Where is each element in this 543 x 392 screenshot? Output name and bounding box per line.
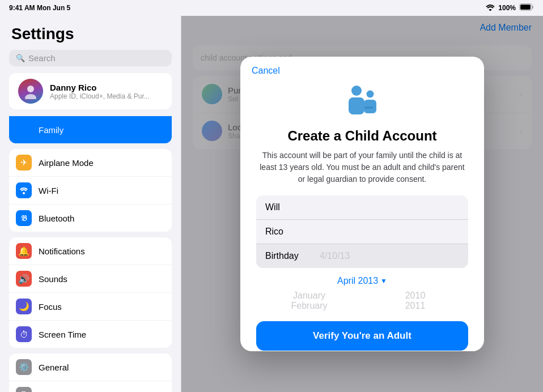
birthday-value: 4/10/13 bbox=[320, 251, 350, 261]
battery-bar bbox=[519, 3, 534, 12]
notifications-icon: 🔔 bbox=[16, 243, 32, 259]
search-icon: 🔍 bbox=[16, 54, 25, 62]
sidebar-item-airplane[interactable]: ✈ Airplane Mode bbox=[9, 149, 172, 177]
svg-point-4 bbox=[19, 125, 24, 129]
sidebar-title: Settings bbox=[0, 16, 181, 48]
general-icon: ⚙️ bbox=[16, 359, 32, 375]
birthday-field[interactable]: Birthday 4/10/13 bbox=[256, 244, 468, 268]
sidebar-section-notifications: 🔔 Notifications 🔊 Sounds 🌙 Focus ⏱ Scree… bbox=[9, 237, 172, 348]
svg-rect-1 bbox=[520, 5, 531, 10]
lastname-field[interactable]: Rico bbox=[256, 220, 468, 244]
chevron-down-icon: ▼ bbox=[380, 277, 387, 285]
svg-rect-13 bbox=[364, 106, 374, 109]
svg-point-9 bbox=[351, 86, 362, 96]
sounds-icon: 🔊 bbox=[16, 271, 32, 287]
birthday-label: Birthday bbox=[265, 251, 311, 261]
year-column: 2010 2011 bbox=[362, 291, 468, 311]
year-option-2: 2011 bbox=[405, 301, 426, 311]
family-icon bbox=[16, 122, 32, 138]
status-icons: 100% bbox=[486, 3, 534, 12]
sidebar-item-wifi[interactable]: Wi-Fi bbox=[9, 177, 172, 204]
firstname-value: Will bbox=[265, 202, 280, 212]
modal-overlay: Cancel bbox=[181, 16, 543, 392]
screentime-icon: ⏱ bbox=[16, 326, 32, 342]
svg-point-8 bbox=[23, 192, 25, 194]
profile-row[interactable]: Danny Rico Apple ID, iCloud+, Media & Pu… bbox=[9, 73, 172, 109]
sidebar-item-label-screentime: Screen Time bbox=[39, 330, 86, 339]
svg-point-5 bbox=[18, 131, 25, 136]
sidebar-item-notifications[interactable]: 🔔 Notifications bbox=[9, 237, 172, 265]
sidebar-item-focus[interactable]: 🌙 Focus bbox=[9, 293, 172, 321]
year-option-1: 2010 bbox=[405, 291, 426, 301]
modal-header: Cancel bbox=[240, 57, 484, 76]
wifi-icon bbox=[486, 4, 495, 12]
sidebar-item-label-wifi: Wi-Fi bbox=[39, 186, 58, 195]
modal: Cancel bbox=[240, 57, 484, 351]
wifi-sidebar-icon bbox=[16, 182, 32, 198]
sidebar-item-sounds[interactable]: 🔊 Sounds bbox=[9, 265, 172, 293]
right-panel: Add Member child account settings and Pu… bbox=[181, 16, 543, 392]
bluetooth-icon: 𝔅 bbox=[16, 210, 32, 226]
verify-button[interactable]: Verify You're an Adult bbox=[256, 321, 468, 351]
sidebar-section-network: ✈ Airplane Mode Wi-Fi 𝔅 Bluetooth bbox=[9, 149, 172, 232]
lastname-value: Rico bbox=[265, 227, 283, 236]
avatar-inner bbox=[18, 79, 43, 104]
svg-rect-10 bbox=[349, 97, 364, 114]
month-option-1: January bbox=[293, 291, 325, 301]
sidebar-item-label-airplane: Airplane Mode bbox=[39, 158, 94, 168]
status-time: 9:41 AM Mon Jun 5 bbox=[9, 4, 70, 12]
picker-columns: January February 2010 2011 bbox=[256, 291, 468, 311]
svg-point-6 bbox=[26, 126, 29, 130]
sidebar-item-label-controlcenter: Control Center bbox=[39, 390, 94, 393]
sidebar-item-bluetooth[interactable]: 𝔅 Bluetooth bbox=[9, 204, 172, 232]
controlcenter-icon: 🎛 bbox=[16, 387, 32, 392]
profile-name: Danny Rico bbox=[50, 83, 150, 92]
main-layout: Settings 🔍 Search Danny Rico Apple ID, i… bbox=[0, 16, 543, 392]
sidebar-section-general: ⚙️ General 🎛 Control Center bbox=[9, 353, 172, 392]
cancel-button[interactable]: Cancel bbox=[252, 66, 280, 76]
sidebar-item-label-sounds: Sounds bbox=[39, 274, 67, 284]
month-picker-label[interactable]: April 2013 ▼ bbox=[337, 276, 387, 286]
svg-point-7 bbox=[24, 132, 30, 136]
sidebar-item-family[interactable]: Family bbox=[9, 116, 172, 143]
sidebar-item-label-focus: Focus bbox=[39, 302, 62, 312]
firstname-field[interactable]: Will bbox=[256, 195, 468, 220]
month-option-2: February bbox=[291, 301, 327, 311]
modal-body: Create a Child Account This account will… bbox=[240, 76, 484, 351]
sidebar-item-screentime[interactable]: ⏱ Screen Time bbox=[9, 321, 172, 348]
airplane-icon: ✈ bbox=[16, 155, 32, 171]
focus-icon: 🌙 bbox=[16, 299, 32, 314]
sidebar-item-controlcenter[interactable]: 🎛 Control Center bbox=[9, 381, 172, 392]
month-picker-area: April 2013 ▼ January February 2010 2011 bbox=[256, 276, 468, 311]
modal-title: Create a Child Account bbox=[287, 128, 436, 144]
svg-point-2 bbox=[27, 86, 34, 92]
profile-info: Danny Rico Apple ID, iCloud+, Media & Pu… bbox=[50, 83, 150, 100]
month-column: January February bbox=[256, 291, 362, 311]
modal-family-icon bbox=[340, 82, 385, 121]
battery-icon: 100% bbox=[498, 4, 516, 12]
modal-description: This account will be part of your family… bbox=[256, 150, 468, 185]
form-fields: Will Rico Birthday 4/10/13 bbox=[256, 195, 468, 268]
sidebar-item-label-bluetooth: Bluetooth bbox=[39, 214, 74, 223]
month-picker-text: April 2013 bbox=[337, 276, 378, 286]
svg-point-3 bbox=[25, 94, 36, 99]
sidebar-item-label-general: General bbox=[39, 363, 69, 372]
svg-point-11 bbox=[367, 91, 374, 98]
search-bar[interactable]: 🔍 Search bbox=[9, 50, 172, 66]
sidebar-item-label-notifications: Notifications bbox=[39, 246, 85, 256]
search-placeholder: Search bbox=[28, 53, 56, 63]
profile-sub: Apple ID, iCloud+, Media & Pur... bbox=[50, 92, 150, 100]
sidebar: Settings 🔍 Search Danny Rico Apple ID, i… bbox=[0, 16, 181, 392]
avatar bbox=[18, 79, 43, 104]
status-bar: 9:41 AM Mon Jun 5 100% bbox=[0, 0, 543, 16]
sidebar-section-family: Family bbox=[9, 116, 172, 143]
sidebar-item-general[interactable]: ⚙️ General bbox=[9, 353, 172, 381]
sidebar-item-label-family: Family bbox=[39, 125, 63, 135]
